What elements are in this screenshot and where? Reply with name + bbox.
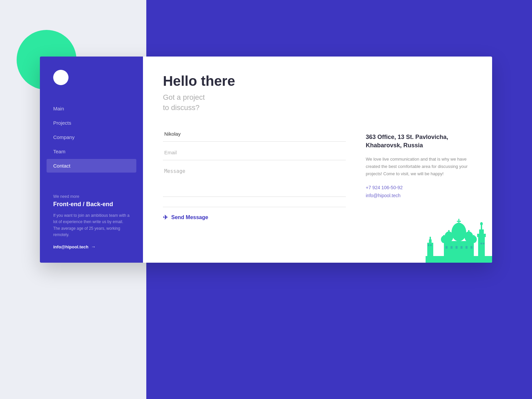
send-button-label: Send Message	[171, 214, 208, 220]
svg-rect-29	[456, 246, 458, 249]
nav-menu: Main Projects Company Team Contact	[40, 102, 143, 188]
svg-rect-14	[448, 232, 450, 233]
message-input[interactable]	[163, 164, 346, 197]
office-description: We love live communication and that is w…	[366, 156, 472, 178]
svg-rect-28	[451, 246, 453, 249]
contact-email[interactable]: info@hipool.tech	[366, 193, 472, 198]
svg-rect-30	[461, 246, 463, 249]
svg-rect-27	[446, 246, 448, 249]
svg-rect-24	[479, 229, 484, 234]
footer-email-text: info@hipool.tech	[53, 244, 88, 249]
form-divider	[163, 207, 346, 207]
svg-rect-9	[457, 223, 461, 233]
svg-rect-34	[483, 243, 484, 244]
logo-area	[40, 70, 143, 102]
sidebar-item-company[interactable]: Company	[47, 130, 136, 144]
svg-point-0	[57, 73, 65, 81]
main-card: Main Projects Company Team Contact We ne…	[40, 57, 492, 263]
svg-rect-1	[426, 256, 492, 263]
contact-form: ✈ Send Message	[163, 126, 346, 249]
svg-rect-22	[478, 236, 485, 256]
logo-icon[interactable]	[53, 70, 68, 85]
svg-rect-4	[430, 237, 431, 240]
sidebar-footer: We need more Front-end / Back-end If you…	[40, 188, 143, 249]
svg-rect-11	[457, 221, 461, 222]
svg-rect-13	[448, 230, 450, 237]
svg-rect-6	[430, 244, 432, 246]
we-need-label: We need more	[53, 194, 130, 199]
contact-phone[interactable]: +7 924 106-50-92	[366, 185, 472, 190]
job-title: Front-end / Back-end	[53, 201, 130, 208]
page-subtitle: Got a project to discuss?	[163, 92, 472, 113]
sidebar-item-contact[interactable]: Contact	[47, 159, 136, 173]
sidebar-item-projects[interactable]: Projects	[47, 116, 136, 130]
email-input[interactable]	[163, 145, 346, 160]
sidebar: Main Projects Company Team Contact We ne…	[40, 57, 143, 263]
svg-rect-16	[468, 230, 469, 237]
svg-rect-33	[480, 243, 482, 244]
city-skyline-illustration	[426, 209, 492, 263]
job-description: If you want to join an ambitious team wi…	[53, 212, 130, 238]
svg-rect-32	[470, 246, 472, 249]
svg-rect-7	[444, 241, 474, 256]
page-title: Hello there	[163, 73, 472, 89]
sidebar-item-team[interactable]: Team	[47, 145, 136, 158]
office-address: 363 Office, 13 St. Pavlovicha, Khabarovs…	[366, 133, 472, 150]
sidebar-item-main[interactable]: Main	[47, 102, 136, 115]
main-content: Hello there Got a project to discuss? ✈ …	[143, 57, 492, 263]
send-message-button[interactable]: ✈ Send Message	[163, 214, 346, 221]
footer-email-link[interactable]: info@hipool.tech →	[53, 244, 130, 249]
svg-rect-21	[473, 235, 474, 240]
svg-rect-5	[428, 244, 429, 246]
svg-rect-17	[467, 232, 470, 233]
name-input[interactable]	[163, 126, 346, 142]
svg-point-26	[480, 222, 483, 225]
svg-rect-31	[466, 246, 467, 249]
svg-rect-19	[443, 235, 445, 240]
send-icon: ✈	[163, 214, 168, 221]
arrow-icon: →	[91, 244, 96, 249]
